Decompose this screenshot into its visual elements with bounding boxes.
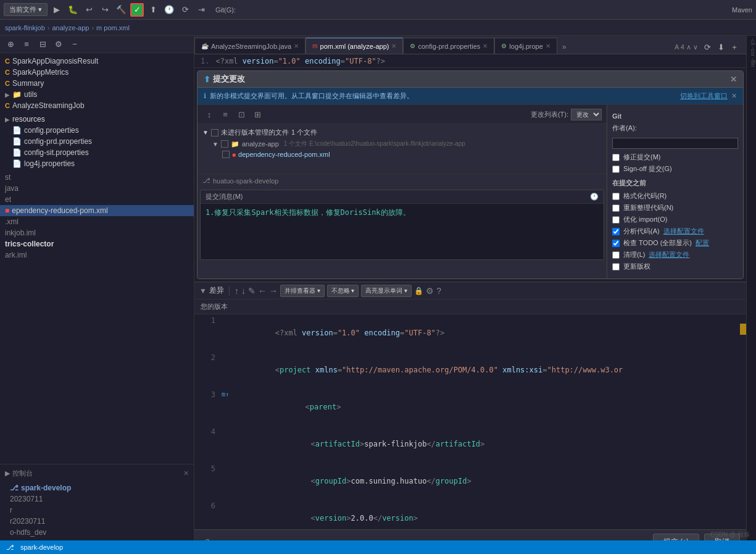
tree-item-log4j[interactable]: 📄 log4j.properties xyxy=(0,158,194,169)
analyze-checkbox[interactable] xyxy=(612,228,620,235)
branch-item[interactable]: ⎇ spark-develop xyxy=(5,482,189,493)
help-icon[interactable]: ? xyxy=(436,286,441,296)
tree-item-inkjob-iml[interactable]: inkjob.iml xyxy=(0,227,194,238)
todo-checkbox[interactable] xyxy=(612,240,620,247)
tree-item-dep-xml[interactable]: ■ ependency-reduced-pom.xml xyxy=(0,205,194,216)
tree-item-ark-iml[interactable]: ark.iml xyxy=(0,250,194,261)
tab-config-prd[interactable]: ⚙ config-prd.properties ✕ xyxy=(403,38,494,54)
forward-icon[interactable]: ⇥ xyxy=(194,3,208,17)
cleanup-row[interactable]: 清理(L) 选择配置文件 xyxy=(612,250,738,259)
rollback-icon[interactable]: ⟳ xyxy=(178,3,192,17)
todo-link[interactable]: 配置 xyxy=(696,238,709,248)
file-list-sub-header[interactable]: ▼ 📁 analyze-app 1 个文件 E:\code\huatuo2\hu… xyxy=(207,138,607,149)
diff-down-arrow[interactable]: ↓ xyxy=(241,286,246,296)
tree-item-java[interactable]: java xyxy=(0,183,194,194)
format-code-row[interactable]: 格式化代码(R) xyxy=(612,191,738,201)
diff-left-arrow[interactable]: ← xyxy=(258,286,267,296)
diff-up-arrow[interactable]: ↑ xyxy=(235,286,239,296)
file-checkbox[interactable] xyxy=(222,151,230,158)
console-section[interactable]: ▶ 控制台 ✕ xyxy=(0,467,194,480)
side-by-side-btn[interactable]: 并排查看器 ▾ xyxy=(280,285,325,297)
tree-item-config-sit[interactable]: 📄 config-sit.properties xyxy=(0,147,194,158)
console-close-icon[interactable]: ✕ xyxy=(183,469,189,477)
sub-checkbox[interactable] xyxy=(221,140,228,148)
update-copyright-row[interactable]: 更新版权 xyxy=(612,262,738,271)
sort-icon4[interactable]: ⊞ xyxy=(251,107,264,121)
tab-analyze-java[interactable]: ☕ AnalyzeStreamingJob.java ✕ xyxy=(194,38,305,54)
undo-icon[interactable]: ↩ xyxy=(82,3,96,17)
settings-icon[interactable]: ⚙ xyxy=(426,286,434,296)
tree-item-summary[interactable]: C Summary xyxy=(0,78,194,89)
tab-log4j[interactable]: ⚙ log4j.prope ✕ xyxy=(494,38,557,54)
tree-item-resources[interactable]: ▶ resources xyxy=(0,114,194,125)
sidebar-minus-icon[interactable]: − xyxy=(68,38,81,51)
update-copyright-checkbox[interactable] xyxy=(612,263,620,271)
tree-item-diagnosisresult[interactable]: C SparkAppDiagnosisResult xyxy=(0,56,194,67)
signoff-checkbox[interactable] xyxy=(612,166,620,173)
download-icon[interactable]: ⬇ xyxy=(714,40,728,54)
breadcrumb-part3[interactable]: m pom.xml xyxy=(96,24,130,31)
current-file-btn[interactable]: 当前文件 ▾ xyxy=(4,3,48,16)
commit-message-text[interactable]: 1.修复只采集Spark相关指标数据，修复DorisSink的故障。 xyxy=(201,204,604,259)
commit-check-icon[interactable]: ✓ xyxy=(130,3,144,17)
redo-icon[interactable]: ↪ xyxy=(98,3,112,17)
format-code-checkbox[interactable] xyxy=(612,193,620,200)
reformat-checkbox[interactable] xyxy=(612,204,620,212)
analyze-row[interactable]: 分析代码(A) 选择配置文件 xyxy=(612,227,738,236)
amend-checkbox[interactable] xyxy=(612,154,620,161)
refresh-icon[interactable]: ⟳ xyxy=(700,40,714,54)
author-input[interactable] xyxy=(612,138,738,149)
reformat-row[interactable]: 重新整理代码(N) xyxy=(612,203,738,212)
cleanup-checkbox[interactable] xyxy=(612,251,620,259)
sort-icon2[interactable]: ≡ xyxy=(218,107,232,121)
tree-item-xml[interactable]: .xml xyxy=(0,216,194,227)
todo-row[interactable]: 检查 TODO (全部显示) 配置 xyxy=(612,238,738,248)
tree-item-st[interactable]: st xyxy=(0,172,194,183)
optimize-import-row[interactable]: 优化 import(O) xyxy=(612,215,738,224)
sort-icon[interactable]: ↕ xyxy=(202,107,216,121)
analyze-link[interactable]: 选择配置文件 xyxy=(663,227,704,236)
tab-pom-xml[interactable]: m pom.xml (analyze-app) ✕ xyxy=(305,38,403,54)
sort-icon3[interactable]: ⊡ xyxy=(235,107,248,121)
tree-item-utils[interactable]: ▶ 📁 utils xyxy=(0,89,194,100)
build-icon[interactable]: 🔨 xyxy=(114,3,128,17)
diff-right-arrow[interactable]: → xyxy=(269,286,278,296)
history-icon[interactable]: 🕐 xyxy=(162,3,176,17)
sidebar-add-icon[interactable]: ⊕ xyxy=(4,38,17,51)
tree-item-metrics[interactable]: C SparkAppMetrics xyxy=(0,67,194,78)
sidebar-sort-icon[interactable]: ≡ xyxy=(20,38,33,51)
tab-more-icon[interactable]: » xyxy=(557,40,571,54)
maven-label[interactable]: Maven xyxy=(732,6,752,14)
file-list-file[interactable]: ■ dependency-reduced-pom.xml xyxy=(207,149,607,159)
breadcrumb-part1[interactable]: spark-flinkjob xyxy=(5,24,45,31)
diff-edit-icon[interactable]: ✎ xyxy=(248,286,255,296)
diff-code[interactable]: 1 <?xml version="1.0" encoding="UTF-8"?>… xyxy=(194,314,746,529)
tree-item-analyze[interactable]: C AnalyzeStreamingJob xyxy=(0,100,194,111)
tab-close-icon[interactable]: ✕ xyxy=(294,43,299,49)
group-checkbox[interactable] xyxy=(211,129,218,136)
sidebar-settings-icon[interactable]: ⚙ xyxy=(52,38,65,51)
tab-close-icon[interactable]: ✕ xyxy=(546,43,550,49)
switch-link[interactable]: 切换到工具窗口 xyxy=(680,91,728,101)
breadcrumb-part2[interactable]: analyze-app xyxy=(52,24,89,31)
clock-icon[interactable]: 🕐 xyxy=(590,193,599,201)
sidebar-filter-icon[interactable]: ⊟ xyxy=(36,38,49,51)
push-icon[interactable]: ⬆ xyxy=(146,3,160,17)
optimize-checkbox[interactable] xyxy=(612,216,620,224)
add-icon[interactable]: + xyxy=(728,40,741,54)
tab-close-icon[interactable]: ✕ xyxy=(391,43,396,49)
tree-item-metrics-collector[interactable]: trics-collector xyxy=(0,238,194,250)
highlight-btn[interactable]: 高亮显示单词 ▾ xyxy=(361,285,412,297)
amend-row[interactable]: 修正提交(M) xyxy=(612,153,738,162)
cleanup-link[interactable]: 选择配置文件 xyxy=(649,250,689,259)
changes-dropdown[interactable]: 更改 xyxy=(571,109,602,120)
signoff-row[interactable]: Sign-off 提交(G) xyxy=(612,164,738,174)
ignore-btn[interactable]: 不忽略 ▾ xyxy=(327,285,359,297)
run-icon[interactable]: ▶ xyxy=(50,3,64,17)
tree-item-et[interactable]: et xyxy=(0,194,194,205)
tree-item-config-prd[interactable]: 📄 config-prd.properties xyxy=(0,136,194,147)
tab-close-icon[interactable]: ✕ xyxy=(483,43,488,49)
banner-close-icon[interactable]: ✕ xyxy=(731,92,737,100)
tree-item-config[interactable]: 📄 config.properties xyxy=(0,125,194,136)
lock-icon[interactable]: 🔒 xyxy=(414,287,423,295)
